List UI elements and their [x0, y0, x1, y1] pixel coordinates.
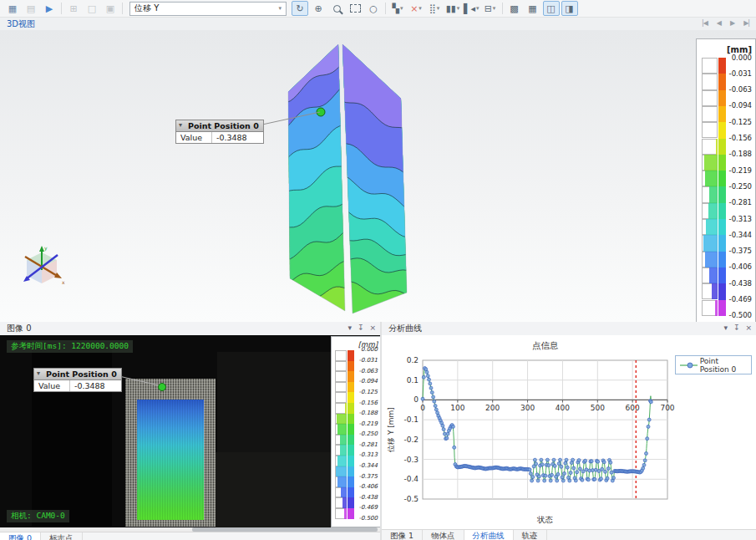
svg-text:0: 0 [414, 395, 419, 404]
svg-text:200: 200 [485, 404, 500, 412]
play-icon[interactable]: ▶ [41, 1, 58, 16]
rect-select-tool-icon[interactable] [347, 1, 363, 16]
coordinate-triad: y x [17, 242, 67, 293]
svg-text:-0.5: -0.5 [403, 495, 419, 503]
chart-area[interactable]: 01002003004005006007000.20.10-0.1-0.2-0.… [382, 335, 756, 529]
svg-text:500: 500 [591, 404, 605, 412]
color-scale-legend: [mm]0.000-0.031-0.063-0.094-0.125-0.156-… [696, 38, 756, 322]
create-element-icon[interactable]: □ [84, 1, 100, 16]
svg-text:700: 700 [660, 404, 674, 412]
legend-series-name: Point Position 0 [700, 357, 748, 374]
main-toolbar: ▦ ▤ ▶ ⊞ □ ▣ 位移 Y ▾ ↻ ⊕ ○ ▚▾ ×▾ ⣿▾ ▮▮▾ ▌◂… [0, 0, 756, 18]
view-title-3d[interactable]: 3D视图 [7, 18, 35, 30]
toolbar-separator [502, 3, 503, 14]
svg-text:-0.3: -0.3 [403, 456, 419, 464]
svg-text:点信息: 点信息 [532, 340, 559, 350]
tab-图像 0[interactable]: 图像 0 [0, 532, 41, 540]
panel-menu-icon[interactable]: ▾ [348, 322, 352, 334]
camera-name-overlay: 相机: CAM0-0 [7, 510, 69, 522]
media-view-icon[interactable]: ▌◂▾ [463, 1, 480, 16]
svg-text:-0.4: -0.4 [403, 475, 419, 483]
fit-view-icon[interactable]: ▚▾ [389, 1, 406, 16]
panel-menu-icon[interactable]: ▾ [723, 322, 728, 334]
svg-text:400: 400 [556, 404, 570, 412]
pin-icon[interactable]: ↧ [733, 322, 740, 334]
svg-text:状态: 状态 [536, 515, 554, 524]
svg-text:100: 100 [450, 404, 464, 412]
view-bar: 3D视图 |◀ ◀ ▶ ▶| [0, 18, 756, 30]
next-stage-icon[interactable]: ▶ [730, 19, 734, 27]
point-annotation-title[interactable]: Point Position 0 [175, 120, 264, 132]
point-annotation-value-label: Value [176, 132, 212, 143]
toolbar-separator [385, 3, 386, 14]
result-type-select[interactable]: 位移 Y ▾ [129, 2, 287, 16]
add-element-icon[interactable]: ⊞ [65, 1, 82, 16]
svg-text:0: 0 [420, 404, 425, 412]
3d-viewport[interactable]: y x Point Position 0 Value -0.3488 [mm]0… [0, 30, 756, 322]
curves-panel-header[interactable]: 分析曲线 ▾ ↧ × [382, 322, 756, 336]
legend-line-sample [679, 361, 698, 369]
pan-tool-icon[interactable]: ⊕ [310, 1, 327, 16]
tab-轨迹[interactable]: 轨迹 [514, 530, 547, 540]
tab-图像 1[interactable]: 图像 1 [382, 530, 423, 540]
svg-text:300: 300 [520, 404, 535, 412]
tab-分析曲线[interactable]: 分析曲线 [464, 530, 514, 540]
layout-columns-icon[interactable]: ▮▮▾ [444, 1, 461, 16]
chart-legend[interactable]: Point Position 0 [675, 355, 752, 374]
point-annotation-value-label: Value [34, 380, 70, 391]
svg-text:0.2: 0.2 [407, 356, 419, 364]
svg-text:y: y [44, 245, 48, 252]
specimen-3d-contour [267, 32, 434, 320]
table-compact-view-icon[interactable]: ▤ [23, 1, 39, 16]
toolbar-separator [61, 3, 62, 14]
previous-stage-icon[interactable]: ◀ [717, 19, 721, 27]
specimen-colormap-overlay [137, 400, 204, 520]
point-annotation-value: -0.3488 [70, 380, 120, 391]
reference-time-overlay: 参考时间[ms]: 1220000.0000 [7, 340, 133, 353]
svg-text:-0.2: -0.2 [403, 436, 419, 444]
first-stage-icon[interactable]: |◀ [702, 19, 708, 27]
point-select-icon[interactable]: ⣿▾ [426, 1, 443, 16]
analysis-curves-panel: 分析曲线 ▾ ↧ × 01002003004005006007000.20.10… [382, 322, 756, 540]
window-arrange-icon[interactable]: ⊟▾ [482, 1, 499, 16]
camera-image-view[interactable]: 参考时间[ms]: 1220000.0000 相机: CAM0-0 Point … [0, 335, 380, 527]
close-icon[interactable]: × [745, 322, 752, 334]
last-stage-icon[interactable]: ▶| [743, 19, 749, 27]
delete-selection-icon[interactable]: ×▾ [408, 1, 424, 16]
zoom-tool-icon[interactable] [328, 1, 345, 16]
svg-text:x: x [62, 279, 65, 285]
table-view-icon[interactable]: ▦ [4, 1, 21, 16]
pin-icon[interactable]: ↧ [358, 322, 364, 334]
tab-标志点[interactable]: 标志点 [41, 532, 83, 540]
copy-element-icon[interactable]: ▣ [102, 1, 119, 16]
point-annotation[interactable]: Point Position 0 Value -0.3488 [33, 368, 122, 392]
point-annotation-title[interactable]: Point Position 0 [33, 368, 122, 380]
svg-text:-0.1: -0.1 [403, 415, 419, 424]
application-window: ▦ ▤ ▶ ⊞ □ ▣ 位移 Y ▾ ↻ ⊕ ○ ▚▾ ×▾ ⣿▾ ▮▮▾ ▌◂… [0, 0, 756, 540]
image-panel: 图像 0 ▾ ↧ × 参考时间[ms]: 1220000.0000 相机: CA… [0, 322, 382, 540]
curves-panel-title: 分析曲线 [388, 323, 422, 333]
image-panel-title: 图像 0 [7, 323, 32, 333]
rotate-tool-icon[interactable]: ↻ [292, 1, 308, 16]
grid-icon[interactable]: ▦ [525, 1, 541, 16]
point-annotation[interactable]: Point Position 0 Value -0.3488 [175, 120, 264, 144]
color-scale-legend-small: [mm]0.000-0.031-0.063-0.094-0.125-0.156-… [331, 336, 380, 527]
curves-panel-tabs: 图像 1物体点分析曲线轨迹 [382, 529, 756, 540]
point-annotation-value: -0.3488 [212, 132, 262, 143]
close-icon[interactable]: × [369, 322, 376, 334]
measurement-point-marker[interactable] [158, 383, 166, 391]
image-panel-tabs: 图像 0标志点 [0, 532, 380, 540]
tab-物体点[interactable]: 物体点 [423, 530, 464, 540]
svg-text:位移 Y [mm]: 位移 Y [mm] [387, 407, 395, 452]
svg-text:600: 600 [626, 404, 640, 412]
result-type-value: 位移 Y [134, 3, 159, 14]
chevron-down-icon: ▾ [278, 5, 282, 12]
split-view-left-icon[interactable]: ◫ [543, 1, 560, 16]
stage-navigation: |◀ ◀ ▶ ▶| [702, 19, 749, 27]
image-panel-header[interactable]: 图像 0 ▾ ↧ × [0, 322, 380, 336]
lasso-select-tool-icon[interactable]: ○ [365, 1, 382, 16]
grid-dense-icon[interactable]: ▩ [506, 1, 523, 16]
toolbar-separator [122, 3, 123, 14]
svg-text:0.1: 0.1 [407, 376, 419, 385]
split-view-right-icon[interactable]: ◨ [561, 1, 578, 16]
